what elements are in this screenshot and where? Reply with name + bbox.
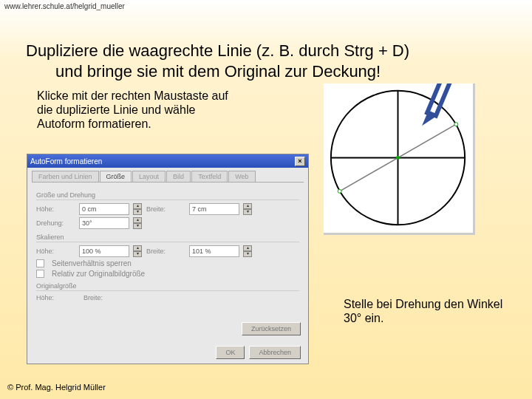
footer-text: © Prof. Mag. Helgrid Müller bbox=[7, 383, 106, 392]
instruction-text: Klicke mit der rechten Maustaste auf die… bbox=[37, 89, 236, 132]
page-title: Dupliziere die waagrechte Linie (z. B. d… bbox=[26, 41, 506, 81]
height-pct-field[interactable]: 100 % bbox=[79, 245, 129, 257]
tab-textbox[interactable]: Textfeld bbox=[191, 171, 228, 182]
note-text: Stelle bei Drehung den Winkel 30° ein. bbox=[344, 297, 506, 325]
dialog-title: AutoForm formatieren bbox=[30, 157, 102, 166]
width-spinner[interactable]: ▴▾ bbox=[243, 203, 252, 215]
rotation-field[interactable]: 30° bbox=[79, 217, 129, 229]
relative-checkbox[interactable] bbox=[36, 270, 44, 278]
reset-button[interactable]: Zurücksetzen bbox=[242, 322, 301, 335]
svg-point-4 bbox=[338, 189, 341, 193]
tab-colors[interactable]: Farben und Linien bbox=[32, 171, 99, 182]
label-rotation: Drehung: bbox=[36, 219, 75, 227]
height-spinner[interactable]: ▴▾ bbox=[133, 203, 142, 215]
lock-aspect-checkbox[interactable] bbox=[36, 259, 44, 267]
group-scale: Skalieren bbox=[36, 233, 299, 242]
height-field[interactable]: 0 cm bbox=[79, 203, 129, 215]
title-line2: und bringe sie mit dem Original zur Deck… bbox=[26, 61, 506, 82]
width-pct-field[interactable]: 101 % bbox=[189, 245, 239, 257]
rotation-spinner[interactable]: ▴▾ bbox=[133, 217, 142, 229]
circle-diagram bbox=[324, 83, 475, 235]
width-field[interactable]: 7 cm bbox=[189, 203, 239, 215]
label-width: Breite: bbox=[146, 205, 185, 213]
tab-size[interactable]: Größe bbox=[100, 171, 132, 182]
page-url: www.lehrer.schule.at/helgrid_mueller bbox=[4, 2, 125, 10]
svg-point-5 bbox=[454, 123, 458, 126]
tab-picture[interactable]: Bild bbox=[166, 171, 191, 182]
dialog-titlebar[interactable]: AutoForm formatieren × bbox=[27, 154, 308, 168]
label-height: Höhe: bbox=[36, 205, 75, 213]
label-height-pct: Höhe: bbox=[36, 248, 75, 255]
dialog-tabs: Farben und Linien Größe Layout Bild Text… bbox=[27, 168, 308, 182]
group-original: Originalgröße bbox=[36, 282, 299, 291]
cancel-button[interactable]: Abbrechen bbox=[249, 346, 301, 359]
group-size-rotation: Größe und Drehung bbox=[36, 191, 299, 200]
tab-layout[interactable]: Layout bbox=[132, 171, 166, 182]
svg-point-6 bbox=[396, 156, 400, 160]
relative-label: Relativ zur Originalbildgröße bbox=[52, 270, 145, 278]
autoform-dialog: AutoForm formatieren × Farben und Linien… bbox=[27, 154, 309, 364]
width-pct-spinner[interactable]: ▴▾ bbox=[243, 245, 252, 257]
title-line1: Dupliziere die waagrechte Linie (z. B. d… bbox=[26, 41, 409, 60]
lock-aspect-label: Seitenverhältnis sperren bbox=[52, 259, 132, 267]
label-orig-h: Höhe: bbox=[36, 294, 75, 301]
label-orig-w: Breite: bbox=[83, 294, 122, 301]
tab-web[interactable]: Web bbox=[228, 171, 255, 182]
close-icon[interactable]: × bbox=[295, 157, 305, 166]
height-pct-spinner[interactable]: ▴▾ bbox=[133, 245, 142, 257]
ok-button[interactable]: OK bbox=[216, 346, 245, 359]
label-width-pct: Breite: bbox=[146, 248, 185, 255]
tab-panel-size: Größe und Drehung Höhe: 0 cm ▴▾ Breite: … bbox=[32, 182, 304, 338]
